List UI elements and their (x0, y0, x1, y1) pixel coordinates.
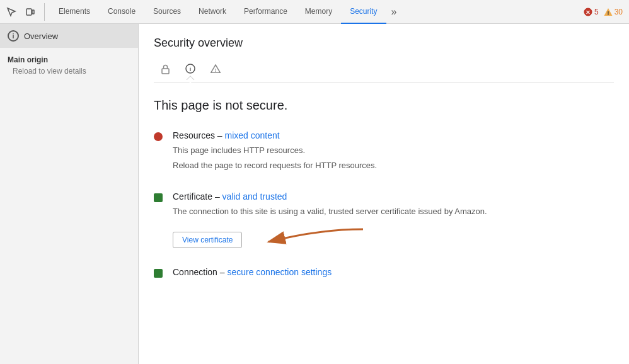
warning-badge[interactable]: ! 30 (604, 8, 623, 16)
svg-text:!: ! (607, 9, 609, 16)
main-origin-section: Main origin Reload to view details (0, 48, 138, 78)
main-layout: i Overview Main origin Reload to view de… (0, 24, 629, 364)
resources-desc1: This page includes HTTP resources. (173, 144, 377, 157)
inspect-icon-button[interactable] (3, 3, 20, 21)
tab-sources[interactable]: Sources (144, 0, 190, 24)
connection-dot (154, 269, 163, 278)
main-origin-label: Main origin (8, 55, 130, 64)
security-item-connection: Connection – secure connection settings (154, 267, 614, 281)
sidebar-overview-item[interactable]: i Overview (0, 24, 138, 48)
tab-memory[interactable]: Memory (296, 0, 341, 24)
info-icon: i (8, 30, 19, 42)
toolbar: Elements Console Sources Network Perform… (0, 0, 629, 24)
svg-text:✕: ✕ (586, 9, 591, 16)
svg-text:!: ! (215, 67, 217, 73)
tab-performance[interactable]: Performance (235, 0, 296, 24)
mixed-content-link[interactable]: mixed content (225, 130, 280, 140)
resources-label: Resources – mixed content (173, 130, 377, 140)
connection-label: Connection – secure connection settings (173, 267, 332, 277)
connection-body: Connection – secure connection settings (173, 267, 332, 281)
warning-count: 30 (615, 8, 623, 16)
tab-list: Elements Console Sources Network Perform… (50, 0, 584, 24)
sidebar-overview-label: Overview (24, 31, 58, 41)
page-status-section: This page is not secure. (154, 98, 614, 113)
valid-trusted-link[interactable]: valid and trusted (222, 191, 287, 202)
tab-elements[interactable]: Elements (50, 0, 99, 24)
info-strip-icon-button[interactable]: i (182, 60, 199, 77)
error-badge[interactable]: ✕ 5 (584, 8, 599, 16)
icon-strip: i ! (154, 60, 614, 83)
error-count: 5 (594, 8, 599, 16)
content-panel: Security overview i ! (139, 24, 629, 364)
svg-rect-0 (26, 9, 32, 15)
svg-rect-1 (32, 10, 34, 14)
security-item-resources: Resources – mixed content This page incl… (154, 130, 614, 174)
reload-hint: Reload to view details (8, 67, 130, 76)
tab-console[interactable]: Console (99, 0, 144, 24)
toolbar-badges: ✕ 5 ! 30 (584, 8, 626, 16)
certificate-button-row: View certificate (173, 224, 487, 249)
certificate-label: Certificate – valid and trusted (173, 191, 487, 202)
certificate-dot (154, 193, 163, 202)
resources-desc2: Reload the page to record requests for H… (173, 159, 377, 172)
tab-overflow-button[interactable]: » (386, 0, 402, 24)
secure-connection-link[interactable]: secure connection settings (227, 267, 332, 277)
arrow-icon (256, 224, 369, 249)
tab-security[interactable]: Security (341, 0, 386, 24)
certificate-body: Certificate – valid and trusted The conn… (173, 191, 487, 249)
page-status-title: This page is not secure. (154, 98, 614, 113)
toolbar-icon-group (3, 3, 45, 21)
certificate-desc1: The connection to this site is using a v… (173, 205, 487, 218)
warning-strip-icon-button[interactable]: ! (207, 60, 224, 77)
svg-text:i: i (190, 66, 192, 72)
security-title: Security overview (154, 37, 614, 50)
security-item-certificate: Certificate – valid and trusted The conn… (154, 191, 614, 249)
tab-network[interactable]: Network (190, 0, 235, 24)
resources-body: Resources – mixed content This page incl… (173, 130, 377, 174)
device-toggle-button[interactable] (21, 3, 39, 21)
sidebar: i Overview Main origin Reload to view de… (0, 24, 139, 364)
lock-icon-button[interactable] (156, 60, 174, 77)
view-certificate-button[interactable]: View certificate (173, 232, 242, 248)
svg-rect-6 (162, 69, 169, 74)
resources-dot (154, 132, 163, 141)
